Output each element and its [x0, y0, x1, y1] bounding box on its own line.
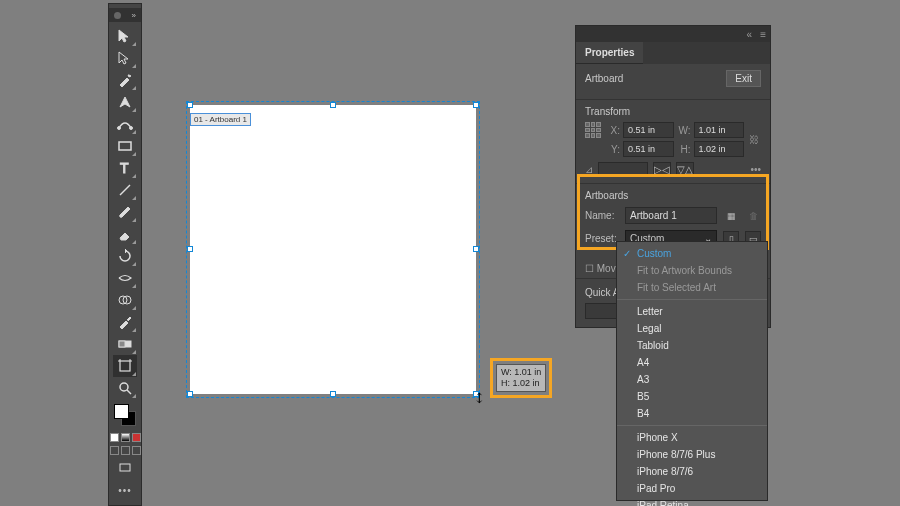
artboard-handle[interactable] [187, 391, 193, 397]
width-tool[interactable] [113, 267, 137, 289]
type-tool[interactable]: T [113, 157, 137, 179]
section-title: Artboards [585, 190, 761, 201]
shape-builder-tool[interactable] [113, 289, 137, 311]
panel-titlebar[interactable]: «≡ [576, 26, 770, 42]
measurement-tooltip: W: 1.01 in H: 1.02 in [496, 364, 546, 392]
object-type-label: Artboard [585, 73, 623, 84]
eraser-tool[interactable] [113, 223, 137, 245]
direct-selection-tool[interactable] [113, 47, 137, 69]
link-wh-icon[interactable]: ⛓ [747, 134, 761, 145]
fill-stroke-swatch[interactable] [114, 404, 136, 426]
line-tool[interactable] [113, 179, 137, 201]
tools-panel: » T ••• [108, 3, 142, 506]
preset-option[interactable]: Letter [617, 303, 767, 320]
artboard-handle[interactable] [330, 102, 336, 108]
curvature-tool[interactable] [113, 113, 137, 135]
preset-option[interactable]: iPhone 8/7/6 Plus [617, 446, 767, 463]
preset-option[interactable]: Tabloid [617, 337, 767, 354]
artboard-label[interactable]: 01 - Artboard 1 [190, 113, 251, 126]
collapse-chevrons-icon[interactable]: » [132, 11, 136, 20]
preset-label: Preset: [585, 233, 619, 244]
artboard-handle[interactable] [473, 102, 479, 108]
artboard-handle[interactable] [187, 102, 193, 108]
measurement-highlight: W: 1.01 in H: 1.02 in [490, 358, 552, 398]
flip-horizontal-button[interactable]: ▷◁ [653, 162, 671, 177]
panel-menu-icon[interactable]: ≡ [760, 29, 766, 40]
measurement-w: W: 1.01 in [501, 367, 541, 378]
preset-option[interactable]: iPad Pro [617, 480, 767, 497]
transform-section: Transform X:0.51 in W:1.01 in ⛓ Y:0.51 i… [576, 99, 770, 183]
preset-option[interactable]: iPhone 8/7/6 [617, 463, 767, 480]
panel-collapse-icon[interactable]: « [747, 29, 753, 40]
new-artboard-icon[interactable]: ▦ [723, 208, 739, 224]
preset-option[interactable]: B4 [617, 405, 767, 422]
zoom-tool[interactable] [113, 377, 137, 399]
artboard-handle[interactable] [330, 391, 336, 397]
selection-tool[interactable] [113, 25, 137, 47]
screen-mode-tool[interactable] [113, 457, 137, 479]
preset-option[interactable]: iPad Retina [617, 497, 767, 506]
svg-line-4 [120, 185, 130, 195]
svg-text:T: T [120, 160, 129, 176]
flip-vertical-button[interactable]: ▽△ [676, 162, 694, 177]
artboard-handle[interactable] [473, 246, 479, 252]
rotate-tool[interactable] [113, 245, 137, 267]
preset-option[interactable]: Custom [617, 245, 767, 262]
artboard-canvas[interactable] [190, 105, 476, 394]
svg-rect-8 [119, 341, 125, 347]
preset-dropdown-list: CustomFit to Artwork BoundsFit to Select… [616, 241, 768, 501]
close-window-icon[interactable] [114, 12, 121, 19]
color-mode-row[interactable] [110, 433, 141, 442]
w-label: W: [677, 125, 691, 136]
x-label: X: [606, 125, 620, 136]
svg-point-14 [120, 383, 128, 391]
name-label: Name: [585, 210, 619, 221]
delete-artboard-icon[interactable]: 🗑 [745, 208, 761, 224]
preset-option[interactable]: iPhone X [617, 429, 767, 446]
artboard-handle[interactable] [187, 246, 193, 252]
preset-option[interactable]: Fit to Selected Art [617, 279, 767, 296]
more-options-icon[interactable]: ••• [750, 164, 761, 175]
section-title: Transform [585, 106, 761, 117]
magic-wand-tool[interactable] [113, 69, 137, 91]
preset-option[interactable]: B5 [617, 388, 767, 405]
draw-mode-row[interactable] [110, 446, 141, 455]
exit-button[interactable]: Exit [726, 70, 761, 87]
svg-line-15 [127, 390, 131, 394]
svg-point-1 [130, 127, 133, 130]
artboard-name-field[interactable]: Artboard 1 [625, 207, 717, 224]
w-field[interactable]: 1.01 in [694, 122, 745, 138]
properties-tab[interactable]: Properties [576, 42, 643, 64]
paintbrush-tool[interactable] [113, 201, 137, 223]
svg-rect-2 [119, 142, 131, 150]
artboard-tool[interactable] [113, 355, 137, 377]
gradient-tool[interactable] [113, 333, 137, 355]
toolbar-titlebar[interactable]: » [109, 8, 141, 22]
rectangle-tool[interactable] [113, 135, 137, 157]
measurement-h: H: 1.02 in [501, 378, 541, 389]
reference-point-widget[interactable] [585, 122, 601, 138]
svg-point-0 [118, 127, 121, 130]
edit-toolbar-button[interactable]: ••• [113, 479, 137, 501]
svg-rect-16 [120, 464, 130, 471]
svg-rect-9 [120, 361, 130, 371]
object-type-row: Artboard Exit [576, 64, 770, 99]
h-label: H: [677, 144, 691, 155]
preset-option[interactable]: A4 [617, 354, 767, 371]
preset-option[interactable]: Fit to Artwork Bounds [617, 262, 767, 279]
preset-option[interactable]: Legal [617, 320, 767, 337]
x-field[interactable]: 0.51 in [623, 122, 674, 138]
eyedropper-tool[interactable] [113, 311, 137, 333]
preset-option[interactable]: A3 [617, 371, 767, 388]
pen-tool[interactable] [113, 91, 137, 113]
angle-icon: ⊿ [585, 164, 593, 175]
y-field[interactable]: 0.51 in [623, 141, 674, 157]
h-field[interactable]: 1.02 in [694, 141, 745, 157]
rotate-field[interactable] [598, 162, 648, 177]
y-label: Y: [606, 144, 620, 155]
